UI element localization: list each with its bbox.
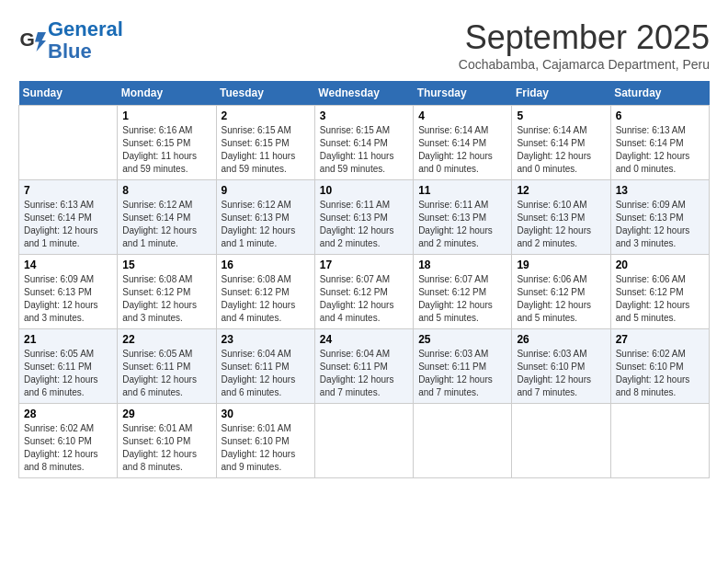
day-info: Sunrise: 6:09 AM Sunset: 6:13 PM Dayligh…	[24, 273, 112, 325]
day-number: 6	[616, 109, 704, 122]
day-info: Sunrise: 6:13 AM Sunset: 6:14 PM Dayligh…	[24, 199, 112, 250]
day-number: 8	[122, 184, 210, 197]
calendar-cell: 28Sunrise: 6:02 AM Sunset: 6:10 PM Dayli…	[19, 404, 118, 478]
logo: G General Blue	[18, 18, 123, 63]
svg-marker-1	[35, 32, 46, 52]
day-info: Sunrise: 6:11 AM Sunset: 6:13 PM Dayligh…	[320, 199, 408, 250]
day-number: 18	[418, 259, 506, 271]
calendar-cell: 6Sunrise: 6:13 AM Sunset: 6:14 PM Daylig…	[610, 106, 709, 180]
page-header: G General Blue September 2025 Cochabamba…	[18, 18, 710, 72]
day-number: 1	[122, 109, 210, 122]
day-info: Sunrise: 6:12 AM Sunset: 6:13 PM Dayligh…	[222, 199, 310, 250]
header-wednesday: Wednesday	[314, 81, 413, 106]
day-number: 30	[222, 408, 310, 420]
day-number: 5	[517, 109, 605, 122]
calendar-cell: 3Sunrise: 6:15 AM Sunset: 6:14 PM Daylig…	[314, 106, 413, 180]
day-info: Sunrise: 6:07 AM Sunset: 6:12 PM Dayligh…	[320, 273, 408, 325]
day-info: Sunrise: 6:10 AM Sunset: 6:13 PM Dayligh…	[517, 199, 605, 250]
calendar-cell: 5Sunrise: 6:14 AM Sunset: 6:14 PM Daylig…	[512, 106, 610, 180]
week-row-0: 1Sunrise: 6:16 AM Sunset: 6:15 PM Daylig…	[19, 106, 710, 180]
day-number: 16	[222, 259, 310, 271]
calendar-cell: 27Sunrise: 6:02 AM Sunset: 6:10 PM Dayli…	[610, 329, 709, 404]
header-tuesday: Tuesday	[216, 81, 314, 106]
day-number: 21	[24, 333, 112, 346]
day-info: Sunrise: 6:16 AM Sunset: 6:15 PM Dayligh…	[122, 124, 210, 176]
calendar-cell: 8Sunrise: 6:12 AM Sunset: 6:14 PM Daylig…	[118, 180, 216, 255]
day-info: Sunrise: 6:11 AM Sunset: 6:13 PM Dayligh…	[418, 199, 506, 250]
day-number: 9	[222, 184, 310, 197]
month-title: September 2025	[459, 18, 710, 57]
calendar-cell: 18Sunrise: 6:07 AM Sunset: 6:12 PM Dayli…	[414, 255, 512, 329]
calendar-cell: 11Sunrise: 6:11 AM Sunset: 6:13 PM Dayli…	[414, 180, 512, 255]
calendar-cell: 13Sunrise: 6:09 AM Sunset: 6:13 PM Dayli…	[610, 180, 709, 255]
header-thursday: Thursday	[414, 81, 512, 106]
calendar-cell: 17Sunrise: 6:07 AM Sunset: 6:12 PM Dayli…	[314, 255, 413, 329]
calendar-cell: 29Sunrise: 6:01 AM Sunset: 6:10 PM Dayli…	[118, 404, 216, 478]
calendar-cell: 30Sunrise: 6:01 AM Sunset: 6:10 PM Dayli…	[216, 404, 314, 478]
calendar-cell: 10Sunrise: 6:11 AM Sunset: 6:13 PM Dayli…	[314, 180, 413, 255]
day-info: Sunrise: 6:06 AM Sunset: 6:12 PM Dayligh…	[616, 273, 704, 325]
day-info: Sunrise: 6:04 AM Sunset: 6:11 PM Dayligh…	[320, 348, 408, 399]
day-info: Sunrise: 6:05 AM Sunset: 6:11 PM Dayligh…	[122, 348, 210, 399]
day-number: 24	[320, 333, 408, 346]
calendar-cell: 9Sunrise: 6:12 AM Sunset: 6:13 PM Daylig…	[216, 180, 314, 255]
calendar-cell: 26Sunrise: 6:03 AM Sunset: 6:10 PM Dayli…	[512, 329, 610, 404]
day-number: 4	[418, 109, 506, 122]
header-saturday: Saturday	[610, 81, 709, 106]
day-number: 29	[122, 408, 210, 420]
day-number: 10	[320, 184, 408, 197]
week-row-1: 7Sunrise: 6:13 AM Sunset: 6:14 PM Daylig…	[19, 180, 710, 255]
logo-text: General Blue	[48, 18, 123, 63]
day-info: Sunrise: 6:07 AM Sunset: 6:12 PM Dayligh…	[418, 273, 506, 325]
calendar-header-row: SundayMondayTuesdayWednesdayThursdayFrid…	[19, 81, 710, 106]
day-info: Sunrise: 6:08 AM Sunset: 6:12 PM Dayligh…	[222, 273, 310, 325]
day-number: 25	[418, 333, 506, 346]
calendar-cell	[19, 106, 118, 180]
calendar-table: SundayMondayTuesdayWednesdayThursdayFrid…	[18, 81, 710, 478]
day-info: Sunrise: 6:14 AM Sunset: 6:14 PM Dayligh…	[517, 124, 605, 176]
day-number: 13	[616, 184, 704, 197]
day-info: Sunrise: 6:04 AM Sunset: 6:11 PM Dayligh…	[222, 348, 310, 399]
day-number: 12	[517, 184, 605, 197]
calendar-cell: 14Sunrise: 6:09 AM Sunset: 6:13 PM Dayli…	[19, 255, 118, 329]
day-number: 28	[24, 408, 112, 420]
calendar-cell: 22Sunrise: 6:05 AM Sunset: 6:11 PM Dayli…	[118, 329, 216, 404]
day-info: Sunrise: 6:08 AM Sunset: 6:12 PM Dayligh…	[122, 273, 210, 325]
week-row-4: 28Sunrise: 6:02 AM Sunset: 6:10 PM Dayli…	[19, 404, 710, 478]
header-sunday: Sunday	[19, 81, 118, 106]
day-number: 3	[320, 109, 408, 122]
day-info: Sunrise: 6:09 AM Sunset: 6:13 PM Dayligh…	[616, 199, 704, 250]
title-block: September 2025 Cochabamba, Cajamarca Dep…	[459, 18, 710, 72]
calendar-cell: 24Sunrise: 6:04 AM Sunset: 6:11 PM Dayli…	[314, 329, 413, 404]
calendar-cell	[414, 404, 512, 478]
day-number: 26	[517, 333, 605, 346]
calendar-cell: 7Sunrise: 6:13 AM Sunset: 6:14 PM Daylig…	[19, 180, 118, 255]
day-info: Sunrise: 6:01 AM Sunset: 6:10 PM Dayligh…	[122, 422, 210, 474]
header-monday: Monday	[118, 81, 216, 106]
calendar-cell: 20Sunrise: 6:06 AM Sunset: 6:12 PM Dayli…	[610, 255, 709, 329]
calendar-cell: 1Sunrise: 6:16 AM Sunset: 6:15 PM Daylig…	[118, 106, 216, 180]
header-friday: Friday	[512, 81, 610, 106]
day-info: Sunrise: 6:15 AM Sunset: 6:14 PM Dayligh…	[320, 124, 408, 176]
day-number: 22	[122, 333, 210, 346]
day-info: Sunrise: 6:06 AM Sunset: 6:12 PM Dayligh…	[517, 273, 605, 325]
day-number: 15	[122, 259, 210, 271]
week-row-2: 14Sunrise: 6:09 AM Sunset: 6:13 PM Dayli…	[19, 255, 710, 329]
calendar-cell	[610, 404, 709, 478]
calendar-cell: 4Sunrise: 6:14 AM Sunset: 6:14 PM Daylig…	[414, 106, 512, 180]
day-info: Sunrise: 6:03 AM Sunset: 6:10 PM Dayligh…	[517, 348, 605, 399]
calendar-cell: 23Sunrise: 6:04 AM Sunset: 6:11 PM Dayli…	[216, 329, 314, 404]
day-info: Sunrise: 6:15 AM Sunset: 6:15 PM Dayligh…	[222, 124, 310, 176]
day-info: Sunrise: 6:01 AM Sunset: 6:10 PM Dayligh…	[222, 422, 310, 474]
calendar-cell: 2Sunrise: 6:15 AM Sunset: 6:15 PM Daylig…	[216, 106, 314, 180]
calendar-cell: 25Sunrise: 6:03 AM Sunset: 6:11 PM Dayli…	[414, 329, 512, 404]
svg-text:G: G	[20, 29, 35, 50]
calendar-cell: 15Sunrise: 6:08 AM Sunset: 6:12 PM Dayli…	[118, 255, 216, 329]
calendar-cell	[512, 404, 610, 478]
week-row-3: 21Sunrise: 6:05 AM Sunset: 6:11 PM Dayli…	[19, 329, 710, 404]
day-number: 23	[222, 333, 310, 346]
day-number: 2	[222, 109, 310, 122]
day-number: 7	[24, 184, 112, 197]
day-number: 19	[517, 259, 605, 271]
day-number: 27	[616, 333, 704, 346]
